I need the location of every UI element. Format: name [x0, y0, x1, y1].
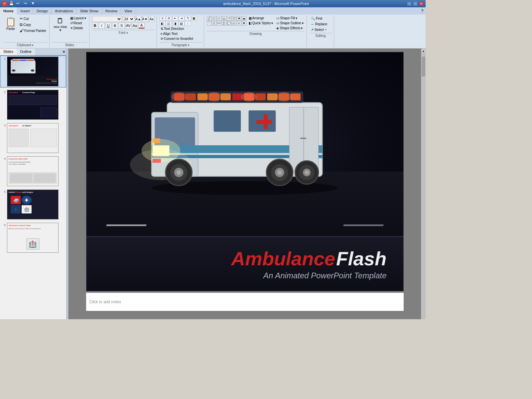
tab-review[interactable]: Review — [102, 7, 121, 15]
spacing-button[interactable]: AV — [125, 23, 131, 29]
new-slide-button[interactable]: 🗒 New Slide ▼ — [52, 16, 68, 33]
underline-button[interactable]: U — [105, 23, 111, 29]
panel-close-icon[interactable]: ✕ — [62, 49, 66, 55]
shape-curve-button[interactable]: ⌒ — [207, 21, 211, 26]
slides-tab[interactable]: Slides — [0, 49, 17, 55]
shape-effects-button[interactable]: ◈ Shape Effects ▾ — [275, 26, 304, 30]
copy-button[interactable]: ⧉ Copy — [19, 22, 47, 27]
slide-item-2[interactable]: 2 Animated Content Page — [0, 89, 66, 121]
minimize-button[interactable]: ─ — [407, 1, 412, 6]
justify-button[interactable]: ▤ — [179, 21, 185, 26]
font-shrink-button[interactable]: A▼ — [142, 16, 148, 22]
slide-bottom-area: Ambulance Flash An Animated PowerPoint T… — [86, 236, 403, 291]
shape-fill-button[interactable]: ▭ Shape Fill ▾ — [275, 16, 304, 20]
align-left-button[interactable]: ◧ — [160, 21, 166, 26]
shape-tri-button[interactable]: △ — [222, 16, 226, 21]
rtl-button[interactable]: ↰ — [185, 16, 191, 21]
case-button[interactable]: Aa — [132, 23, 138, 29]
shape-line-button[interactable]: ╱ — [207, 16, 211, 21]
shape-fill-icon: ▭ — [276, 16, 279, 20]
tab-view[interactable]: View — [121, 7, 136, 15]
slide-panel: Slides Outline ✕ 1 Ambulance Flash An An… — [0, 49, 66, 319]
slide-num-3: 3 — [1, 123, 6, 127]
shape-outline-button[interactable]: ▭ Shape Outline ▾ — [275, 21, 304, 25]
scroll-thumb-vertical[interactable] — [422, 57, 425, 76]
shape-brace-button[interactable]: { — [212, 21, 216, 26]
quick-redo-icon[interactable]: ↪ — [24, 1, 29, 6]
slide-item-5[interactable]: 5 Useful Clipart and Images 🚑 ✚ ⚕ 🏥 — [0, 189, 66, 220]
shape-dbl-arrow-button[interactable]: ⭤ — [217, 21, 221, 26]
shape-eq-button[interactable]: = — [237, 21, 241, 26]
bold-button[interactable]: B — [92, 23, 98, 29]
arrange-button[interactable]: ▦ Arrange — [248, 16, 274, 20]
shape-more-button[interactable]: ▼ — [242, 21, 246, 26]
shape-callout-button[interactable]: 💬 — [227, 21, 231, 26]
layout-button[interactable]: ▦ Layout ▾ — [69, 16, 87, 20]
clipboard-expand-icon[interactable]: ▾ — [32, 44, 34, 47]
format-painter-button[interactable]: 🖌 Format Painter — [19, 28, 47, 33]
drawing-group: ╱ □ ○ △ ⭢ ⬡ ★ ☁ ⌒ { ⭤ — [205, 15, 307, 48]
columns-button[interactable]: ▦ — [191, 16, 197, 21]
select-button[interactable]: ↗ Select ~ — [310, 27, 332, 32]
quick-save-icon[interactable]: 💾 — [9, 1, 14, 6]
tab-animations[interactable]: Animations — [52, 7, 76, 15]
strikethrough-button[interactable]: S — [112, 23, 118, 29]
quick-styles-button[interactable]: ◧ Quick Styles ▾ — [248, 21, 274, 25]
font-grow-button[interactable]: A▲ — [135, 16, 141, 22]
quick-undo-icon[interactable]: ↩ — [16, 1, 22, 6]
slide-item-1[interactable]: 1 Ambulance Flash An Animated PowerPoint… — [0, 56, 66, 87]
tab-home[interactable]: Home — [0, 7, 17, 15]
find-button[interactable]: 🔍 Find — [310, 16, 332, 21]
shape-arrow-button[interactable]: ⭢ — [227, 16, 231, 21]
font-color-button[interactable]: A — [139, 23, 145, 29]
tab-slideshow[interactable]: Slide Show — [77, 7, 102, 15]
shadow-button[interactable]: S — [119, 23, 125, 29]
ribbon-help-icon[interactable]: ? — [419, 7, 426, 15]
shape-cloud-button[interactable]: ☁ — [242, 16, 246, 21]
smartart-icon: ⟳ — [161, 37, 163, 41]
shape-vert-arrow-button[interactable]: ⭥ — [222, 21, 226, 26]
clear-format-button[interactable]: Aa — [149, 16, 155, 22]
slide-canvas[interactable]: Ambulance Flash An Animated PowerPoint T… — [86, 52, 404, 291]
slide-item-4[interactable]: 4 PowerPoint 2010 & 2007 and PowerPoint … — [0, 155, 66, 187]
paste-button[interactable]: 📋 Paste — [3, 16, 18, 31]
slide-vertical-scrollbar[interactable]: ▲ ▼ — [421, 49, 426, 319]
quick-custom-icon[interactable]: ▼ — [31, 1, 36, 6]
align-text-button[interactable]: ≡ Align Text — [160, 32, 179, 36]
new-slide-dropdown-icon[interactable]: ▼ — [59, 29, 62, 32]
slide-item-3[interactable]: 3 Animated or Static? — [0, 122, 66, 154]
replace-button[interactable]: ↔ Replace — [310, 22, 332, 27]
shape-rect-button[interactable]: □ — [212, 16, 216, 21]
slide-item-6[interactable]: 6 Alternate Content Page Alternate conte… — [0, 222, 66, 254]
delete-button[interactable]: ✕ Delete — [69, 26, 87, 30]
increase-indent-button[interactable]: ⇥ — [179, 16, 185, 21]
align-right-button[interactable]: ◨ — [172, 21, 178, 26]
reset-button[interactable]: ↺ Reset — [69, 21, 87, 25]
italic-button[interactable]: I — [99, 23, 105, 29]
outline-tab[interactable]: Outline — [17, 49, 35, 55]
maximize-button[interactable]: □ — [413, 1, 418, 6]
svg-rect-10 — [300, 138, 307, 139]
font-expand-icon[interactable]: ▾ — [126, 31, 128, 35]
paragraph-expand-icon[interactable]: ▾ — [188, 44, 190, 47]
text-direction-button[interactable]: ⇅ Text Direction — [160, 27, 185, 31]
tab-insert[interactable]: Insert — [17, 7, 34, 15]
close-button[interactable]: ✕ — [419, 1, 424, 6]
svg-point-27 — [241, 92, 257, 101]
convert-smartart-button[interactable]: ⟳ Convert to SmartArt — [160, 37, 194, 41]
font-family-select[interactable] — [92, 16, 122, 22]
align-center-button[interactable]: ◫ — [166, 21, 172, 26]
line-spacing-button[interactable]: ↕ — [185, 21, 191, 26]
bullet-list-button[interactable]: ≡ — [160, 16, 166, 21]
notes-area[interactable]: Click to add notes — [86, 293, 404, 311]
scroll-up-button[interactable]: ▲ — [421, 49, 426, 53]
shape-flow-button[interactable]: ◇ — [232, 21, 236, 26]
font-size-select[interactable]: 24 — [123, 16, 135, 22]
decrease-indent-button[interactable]: ⇤ — [172, 16, 178, 21]
number-list-button[interactable]: ① — [166, 16, 172, 21]
shape-circle-button[interactable]: ○ — [217, 16, 221, 21]
cut-button[interactable]: ✂ Cut — [19, 16, 47, 21]
shape-hex-button[interactable]: ⬡ — [232, 16, 236, 21]
shape-star-button[interactable]: ★ — [237, 16, 241, 21]
tab-design[interactable]: Design — [33, 7, 52, 15]
